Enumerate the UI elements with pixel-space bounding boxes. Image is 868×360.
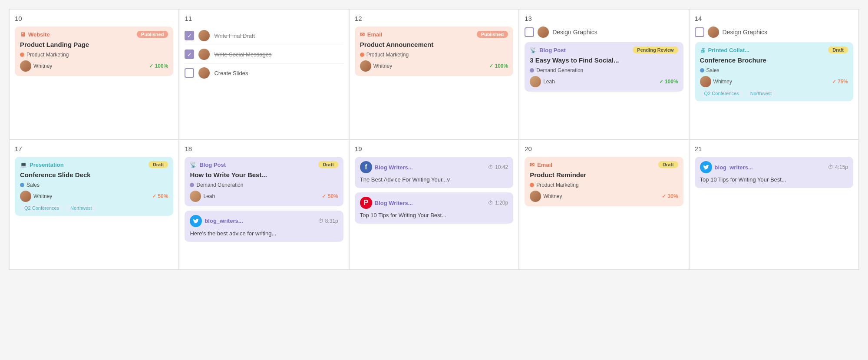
website-icon: 🖥 [20,31,26,38]
card-13-badge: Pending Review [633,46,678,53]
social-text-18: Here's the best advice for writing... [190,230,338,238]
card-18-title: How to Write Your Best... [190,171,338,179]
card-14-title: Conference Brochure [700,56,848,65]
card-20-header: ✉ Email Draft [530,161,678,168]
design-name-14: Design Graphics [723,29,768,36]
checklist-item-2[interactable]: Write Social Messages [185,45,343,64]
card-18-header: 📡 Blog Post Draft [190,161,338,168]
dot-icon [20,183,24,187]
time-badge-19-fb: ⏱ 10:42 [488,164,508,170]
checklist-item-1[interactable]: Write Final Draft [185,26,343,45]
card-14-assignee: Whitney [700,76,732,87]
design-checkbox-14[interactable] [695,27,704,37]
social-card-19-fb[interactable]: f Blog Writers... ⏱ 10:42 The Best Advic… [355,157,513,188]
pinterest-icon: P [360,197,372,209]
card-12-title: Product Announcement [360,40,508,49]
day-cell-10: 10 🖥 Website Published Product Landing P… [9,9,179,139]
social-platform-19-p: P Blog Writers... [360,197,413,209]
social-header-19-p: P Blog Writers... ⏱ 1:20p [360,197,508,209]
card-10-header: 🖥 Website Published [20,31,168,38]
avatar-1 [198,30,210,41]
day-number-14: 14 [695,15,853,22]
card-14-footer: Whitney ✓ 75% [700,76,848,87]
card-18-tag: Demand Generation [190,182,338,188]
checkbox-3[interactable] [185,68,194,78]
checklist-label-3: Create Slides [214,70,248,76]
social-card-21-twitter[interactable]: blog_writers... ⏱ 4:15p Top 10 Tips for … [695,157,853,188]
checkbox-1[interactable] [185,31,194,40]
tag-q2: Q2 Conferences [700,90,743,97]
email-icon: ✉ [530,162,535,168]
social-header-18: blog_writers... ⏱ 8:31p [190,215,338,227]
card-14-header: 🖨 Printed Collat... Draft [700,46,848,53]
card-17-tag: Sales [20,182,168,188]
tag-q2: Q2 Conferences [20,205,63,211]
day-number-19: 19 [355,145,513,152]
card-18-progress: ✓ 50% [322,193,338,199]
card-20-badge: Draft [658,161,678,168]
day-cell-19: 19 f Blog Writers... ⏱ 10:42 The Best Ad… [349,139,519,270]
social-platform-19-fb: f Blog Writers... [360,161,413,173]
social-name-19-p: Blog Writers... [375,200,413,206]
card-20-assignee: Whitney [530,191,562,202]
card-17-header: 💻 Presentation Draft [20,161,168,168]
card-10-website[interactable]: 🖥 Website Published Product Landing Page… [15,26,173,76]
card-13-footer: Leah ✓ 100% [530,76,678,87]
card-18-badge: Draft [318,161,338,168]
card-12-email[interactable]: ✉ Email Published Product Announcement P… [355,26,513,76]
time-badge-18: ⏱ 8:31p [318,218,338,224]
card-20-tag: Product Marketing [530,182,678,188]
avatar-designer-14 [708,26,719,38]
card-20-title: Product Reminder [530,171,678,179]
card-20-progress: ✓ 30% [662,193,678,199]
card-12-progress: ✓ 100% [489,63,508,69]
card-14-printed[interactable]: 🖨 Printed Collat... Draft Conference Bro… [695,42,853,101]
card-17-progress: ✓ 50% [152,193,168,199]
checklist-item-3[interactable]: Create Slides [185,64,343,82]
dot-icon [20,53,24,57]
tag-northwest: Northwest [66,205,96,211]
social-name-18: blog_writers... [205,218,243,224]
social-text-21: Top 10 Tips for Writing Your Best... [700,176,848,184]
card-14-badge: Draft [828,46,848,53]
avatar-3 [198,67,210,79]
calendar-grid: 10 🖥 Website Published Product Landing P… [9,9,859,270]
card-12-header: ✉ Email Published [360,31,508,38]
social-platform-21: blog_writers... [700,161,753,173]
printer-icon: 🖨 [700,47,706,53]
social-platform-18: blog_writers... [190,215,243,227]
card-13-type: 📡 Blog Post [530,47,566,53]
card-10-type: 🖥 Website [20,31,50,38]
card-20-email[interactable]: ✉ Email Draft Product Reminder Product M… [525,157,683,206]
design-checkbox-13[interactable] [525,27,534,37]
day-cell-17: 17 💻 Presentation Draft Conference Slide… [9,139,179,270]
checklist-label-1: Write Final Draft [214,33,255,39]
day-number-21: 21 [695,145,853,152]
social-header-21: blog_writers... ⏱ 4:15p [700,161,848,173]
avatar-whitney [360,60,371,72]
card-13-title: 3 Easy Ways to Find Social... [530,56,678,65]
time-badge-19-p: ⏱ 1:20p [488,200,508,206]
card-14-type: 🖨 Printed Collat... [700,47,749,53]
avatar-whitney [530,191,541,202]
social-card-18-twitter[interactable]: blog_writers... ⏱ 8:31p Here's the best … [185,211,343,242]
checkbox-2[interactable] [185,50,194,59]
social-text-19-p: Top 10 Tips for Writing Your Best... [360,211,508,219]
avatar-leah [190,191,201,202]
dot-icon [530,183,534,187]
social-header-19-fb: f Blog Writers... ⏱ 10:42 [360,161,508,173]
day-cell-20: 20 ✉ Email Draft Product Reminder Produc… [519,139,689,270]
avatar-designer-13 [538,26,549,38]
card-17-type: 💻 Presentation [20,162,64,168]
card-17-presentation[interactable]: 💻 Presentation Draft Conference Slide De… [15,157,173,216]
presentation-icon: 💻 [20,162,27,168]
card-17-tags: Q2 Conferences Northwest [20,205,168,211]
card-13-blog[interactable]: 📡 Blog Post Pending Review 3 Easy Ways t… [525,42,683,92]
twitter-icon [190,215,202,227]
card-20-type: ✉ Email [530,162,552,168]
card-17-footer: Whitney ✓ 50% [20,191,168,202]
card-14-progress: ✓ 75% [832,79,848,85]
social-card-19-pinterest[interactable]: P Blog Writers... ⏱ 1:20p Top 10 Tips fo… [355,192,513,224]
card-18-blog[interactable]: 📡 Blog Post Draft How to Write Your Best… [185,157,343,206]
email-icon: ✉ [360,31,365,38]
